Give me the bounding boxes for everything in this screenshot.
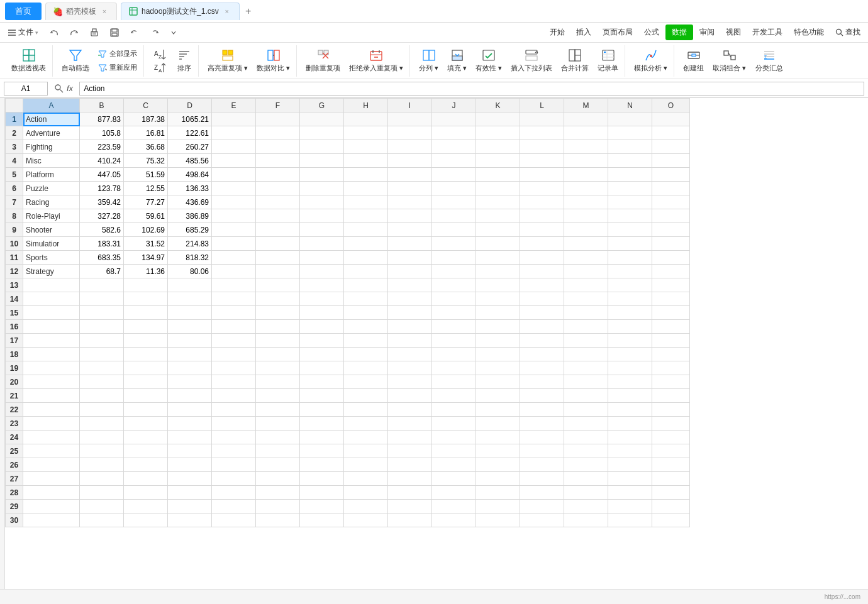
- data-cell[interactable]: [212, 389, 256, 403]
- data-cell[interactable]: [520, 472, 564, 486]
- data-cell[interactable]: [564, 237, 608, 251]
- col-header-m[interactable]: M: [564, 99, 608, 113]
- record-button[interactable]: 记录单: [594, 47, 622, 75]
- data-cell[interactable]: [212, 251, 256, 265]
- data-cell[interactable]: [80, 403, 124, 417]
- data-cell[interactable]: 123.78: [80, 182, 124, 195]
- menu-start[interactable]: 开始: [545, 25, 570, 40]
- data-cell[interactable]: [564, 209, 608, 223]
- data-cell[interactable]: [608, 513, 652, 527]
- data-cell[interactable]: [608, 500, 652, 513]
- data-cell[interactable]: [520, 486, 564, 500]
- data-cell[interactable]: [23, 306, 80, 320]
- data-cell[interactable]: [608, 140, 652, 154]
- data-cell[interactable]: [520, 403, 564, 417]
- data-cell[interactable]: [476, 154, 520, 168]
- data-cell[interactable]: [300, 209, 344, 223]
- formula-input[interactable]: Action: [79, 82, 864, 96]
- data-cell[interactable]: [476, 334, 520, 348]
- data-cell[interactable]: [608, 444, 652, 458]
- data-cell[interactable]: [564, 500, 608, 513]
- data-cell[interactable]: [608, 458, 652, 472]
- data-cell[interactable]: [476, 458, 520, 472]
- data-cell[interactable]: [80, 348, 124, 361]
- data-cell[interactable]: [300, 237, 344, 251]
- data-cell[interactable]: [432, 375, 476, 389]
- data-cell[interactable]: [212, 444, 256, 458]
- validity-button[interactable]: 有效性 ▾: [472, 47, 506, 75]
- data-cell[interactable]: [300, 486, 344, 500]
- row-number[interactable]: 19: [6, 361, 23, 375]
- sort-button[interactable]: 排序: [173, 47, 196, 75]
- data-cell[interactable]: [80, 389, 124, 403]
- data-cell[interactable]: [124, 334, 168, 348]
- data-cell[interactable]: 122.61: [168, 126, 212, 140]
- menu-data[interactable]: 数据: [665, 25, 693, 40]
- col-header-n[interactable]: N: [608, 99, 652, 113]
- data-cell[interactable]: [344, 306, 388, 320]
- data-cell[interactable]: [432, 320, 476, 334]
- data-cell[interactable]: [476, 375, 520, 389]
- data-cell[interactable]: 16.81: [124, 126, 168, 140]
- menu-print[interactable]: [85, 26, 104, 40]
- data-cell[interactable]: [520, 113, 564, 126]
- data-cell[interactable]: [168, 417, 212, 431]
- menu-redo[interactable]: [65, 26, 84, 40]
- data-cell[interactable]: [564, 431, 608, 444]
- data-cell[interactable]: [432, 154, 476, 168]
- data-cell[interactable]: [520, 389, 564, 403]
- data-cell[interactable]: [168, 472, 212, 486]
- row-number[interactable]: 4: [6, 154, 23, 168]
- data-cell[interactable]: [388, 417, 432, 431]
- data-cell[interactable]: [388, 223, 432, 237]
- col-header-o[interactable]: O: [652, 99, 690, 113]
- data-cell[interactable]: [564, 361, 608, 375]
- data-cell[interactable]: [300, 154, 344, 168]
- create-group-button[interactable]: 创建组: [679, 47, 708, 75]
- data-cell[interactable]: [652, 403, 690, 417]
- row-number[interactable]: 15: [6, 306, 23, 320]
- data-cell[interactable]: [476, 348, 520, 361]
- data-cell[interactable]: [652, 237, 690, 251]
- data-cell[interactable]: [212, 375, 256, 389]
- data-cell[interactable]: [300, 361, 344, 375]
- data-cell[interactable]: [388, 278, 432, 292]
- data-cell[interactable]: 136.33: [168, 182, 212, 195]
- data-cell[interactable]: 1065.21: [168, 113, 212, 126]
- row-number[interactable]: 16: [6, 320, 23, 334]
- row-number[interactable]: 24: [6, 431, 23, 444]
- data-cell[interactable]: [344, 195, 388, 209]
- data-cell[interactable]: [300, 348, 344, 361]
- data-cell[interactable]: [476, 361, 520, 375]
- data-cell[interactable]: [520, 348, 564, 361]
- data-cell[interactable]: [564, 292, 608, 306]
- data-cell[interactable]: [608, 320, 652, 334]
- data-cell[interactable]: [388, 458, 432, 472]
- data-cell[interactable]: [388, 140, 432, 154]
- data-cell[interactable]: Puzzle: [23, 182, 80, 195]
- menu-dropdown[interactable]: [165, 27, 182, 38]
- data-cell[interactable]: [476, 113, 520, 126]
- data-cell[interactable]: [256, 348, 300, 361]
- data-cell[interactable]: [300, 472, 344, 486]
- data-cell[interactable]: [80, 292, 124, 306]
- data-cell[interactable]: [564, 417, 608, 431]
- row-number[interactable]: 30: [6, 513, 23, 527]
- data-cell[interactable]: [256, 278, 300, 292]
- data-cell[interactable]: [212, 140, 256, 154]
- menu-special[interactable]: 特色功能: [789, 25, 829, 40]
- col-header-l[interactable]: L: [520, 99, 564, 113]
- data-cell[interactable]: [256, 361, 300, 375]
- data-cell[interactable]: [344, 140, 388, 154]
- data-cell[interactable]: [168, 389, 212, 403]
- data-cell[interactable]: [256, 113, 300, 126]
- data-cell[interactable]: [212, 486, 256, 500]
- data-cell[interactable]: [476, 182, 520, 195]
- row-number[interactable]: 6: [6, 182, 23, 195]
- data-cell[interactable]: 485.56: [168, 154, 212, 168]
- data-cell[interactable]: [80, 334, 124, 348]
- col-header-h[interactable]: H: [344, 99, 388, 113]
- data-cell[interactable]: [432, 278, 476, 292]
- data-cell[interactable]: [476, 403, 520, 417]
- data-cell[interactable]: [608, 223, 652, 237]
